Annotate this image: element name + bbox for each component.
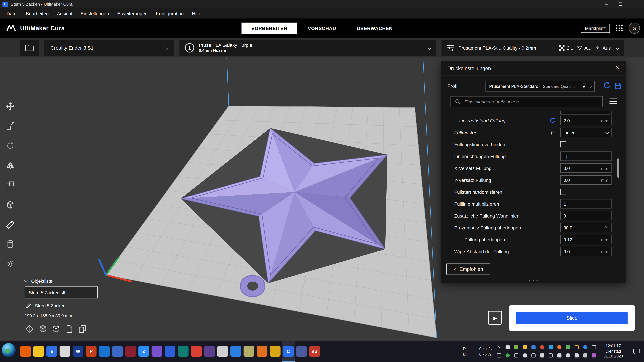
- setting-input[interactable]: 0.0mm: [560, 175, 612, 185]
- support-blocker-icon[interactable]: [4, 199, 16, 211]
- taskbar-app-zoom-icon[interactable]: Z: [137, 341, 150, 362]
- tray-icon-10[interactable]: [539, 344, 545, 350]
- mirror-tool-icon[interactable]: [4, 160, 16, 171]
- setting-row-6[interactable]: Füllstart randomisieren: [441, 186, 627, 198]
- taskbar-app-explorer-icon[interactable]: [32, 341, 45, 362]
- taskbar-app-powerpoint-icon[interactable]: P: [84, 341, 98, 362]
- tray-icon-2[interactable]: [504, 344, 510, 350]
- printer-selector[interactable]: Creality Ender-3 S1: [44, 40, 174, 56]
- tray-icon-15[interactable]: [556, 352, 562, 359]
- material-selector[interactable]: 1 Prusa PLA Galaxy Purple 0.4mm Nozzle: [180, 40, 436, 56]
- profile-dropdown[interactable]: Prusament PLA-Standard - Standard Qualit…: [486, 81, 595, 91]
- close-button[interactable]: ×: [628, 0, 642, 8]
- panel-close-icon[interactable]: ×: [614, 64, 621, 71]
- minimize-button[interactable]: –: [600, 0, 614, 8]
- tray-icon-11[interactable]: [539, 352, 545, 359]
- taskbar-app-app-purple-icon[interactable]: [150, 341, 163, 362]
- profile-save-icon[interactable]: [615, 82, 622, 89]
- tray-icon-17[interactable]: [565, 352, 571, 359]
- tray-icon-16[interactable]: [565, 344, 571, 350]
- taskbar-app-app-blue-icon[interactable]: [111, 341, 124, 362]
- settings-scrollbar[interactable]: [617, 158, 619, 178]
- taskbar-app-app-darkred-icon[interactable]: [124, 341, 137, 362]
- setting-input[interactable]: 0.0mm: [560, 163, 612, 173]
- setting-input[interactable]: 30.0%: [560, 223, 612, 232]
- taskbar-app-word-icon[interactable]: W: [72, 341, 84, 362]
- reset-value-icon[interactable]: [548, 117, 557, 124]
- setting-row-4[interactable]: X-Versatz Füllung0.0mm: [441, 162, 627, 174]
- taskbar-app-app-violet-icon[interactable]: [203, 341, 216, 362]
- tray-icon-18[interactable]: [574, 344, 580, 350]
- panel-resize-handle[interactable]: • • •: [441, 278, 626, 282]
- tray-icon-12[interactable]: [548, 344, 554, 350]
- menu-bearbeiten[interactable]: Bearbeiten: [22, 8, 53, 18]
- setting-row-8[interactable]: Zusätzliche Füllung Wandlinien0: [441, 210, 627, 222]
- tray-icon-9[interactable]: [530, 352, 536, 359]
- notification-center-icon[interactable]: [630, 348, 643, 355]
- taskbar-app-app-slate-icon[interactable]: [295, 341, 308, 362]
- measure-tool-icon[interactable]: [4, 219, 16, 230]
- open-cube-icon[interactable]: [51, 324, 61, 334]
- tray-icon-20[interactable]: [582, 344, 588, 350]
- per-model-settings-icon[interactable]: [4, 179, 16, 191]
- maximize-button[interactable]: [614, 0, 628, 8]
- setting-select[interactable]: Linien: [560, 128, 612, 137]
- settings-search-input[interactable]: Einstellungen durchsuchen: [451, 96, 602, 107]
- menu-hilfe[interactable]: Hilfe: [188, 8, 206, 18]
- hanger-ring[interactable]: [240, 275, 265, 297]
- preview-play-button[interactable]: ▶: [488, 311, 502, 325]
- taskbar-clock[interactable]: 12:01:17 Dienstag 31.10.2023: [601, 344, 626, 359]
- setting-row-2[interactable]: Füllungslinien verbinden: [441, 138, 627, 150]
- setting-input[interactable]: 0: [560, 211, 612, 220]
- solid-cube-icon[interactable]: [38, 324, 48, 334]
- setting-row-7[interactable]: Fülllinie multiplizieren1: [441, 198, 627, 210]
- favorite-star-icon[interactable]: ★: [582, 83, 586, 89]
- tray-icon-21[interactable]: [582, 352, 588, 359]
- setting-checkbox[interactable]: [560, 141, 566, 147]
- taskbar-app-app-gold-icon[interactable]: [269, 341, 282, 362]
- object-name-row[interactable]: Stern 5 Zacken: [26, 303, 66, 309]
- marketplace-button[interactable]: Marktplatz: [581, 24, 610, 33]
- document-icon[interactable]: [64, 324, 74, 334]
- account-avatar[interactable]: S: [629, 23, 640, 34]
- setting-row-1[interactable]: FüllmusterƒxLinien: [441, 126, 627, 138]
- open-file-button[interactable]: [20, 40, 39, 56]
- setting-row-9[interactable]: Prozentsatz Füllung überlappen30.0%: [441, 222, 627, 233]
- taskbar-app-teamviewer-icon[interactable]: [98, 341, 111, 362]
- taskbar-app-photos-icon[interactable]: [229, 341, 242, 362]
- menu-ansicht[interactable]: Ansicht: [53, 8, 76, 18]
- menu-erweiterungen[interactable]: Erweiterungen: [113, 8, 152, 18]
- tray-expand-icon[interactable]: ^: [496, 344, 502, 350]
- print-settings-selector[interactable]: Prusament PLA-St... Quality - 0.2mm 2...…: [442, 40, 624, 56]
- setting-input[interactable]: 1: [560, 199, 612, 209]
- tray-icon-8[interactable]: [530, 344, 536, 350]
- tab-überwachen[interactable]: ÜBERWACHEN: [347, 22, 402, 34]
- tab-vorschau[interactable]: VORSCHAU: [298, 22, 346, 34]
- menu-konfiguration[interactable]: Konfiguration: [152, 8, 188, 18]
- object-list-toggle[interactable]: Objektliste: [25, 279, 52, 284]
- setting-input[interactable]: 0.12mm: [560, 235, 612, 244]
- setting-row-10[interactable]: Füllung überlappen0.12mm: [441, 233, 627, 245]
- taskbar-app-app-orange-icon[interactable]: [256, 341, 268, 362]
- setting-row-11[interactable]: Wipe-Abstand der Füllung0.0mm: [441, 245, 627, 257]
- tray-icon-13[interactable]: [548, 352, 554, 359]
- setting-checkbox[interactable]: [560, 189, 566, 195]
- rotate-tool-icon[interactable]: [4, 140, 16, 151]
- object-file-item[interactable]: Stern 5 Zacken.stl: [25, 286, 98, 298]
- tab-vorbereiten[interactable]: VORBEREITEN: [242, 22, 297, 34]
- globe-icon[interactable]: [2, 343, 16, 357]
- taskbar-app-opera-icon[interactable]: [190, 341, 203, 362]
- move-tool-icon[interactable]: [4, 100, 16, 112]
- function-icon[interactable]: ƒx: [548, 129, 557, 136]
- taskbar-app-mail-icon[interactable]: [58, 341, 72, 362]
- menu-einstellungen[interactable]: Einstellungen: [76, 8, 113, 18]
- profile-reset-icon[interactable]: [603, 82, 611, 90]
- setting-row-5[interactable]: Y-Versatz Füllung0.0mm: [441, 174, 627, 186]
- taskbar-app-edge-icon[interactable]: e: [45, 341, 58, 362]
- tray-icon-3[interactable]: [504, 352, 510, 359]
- slice-button[interactable]: Slice: [516, 312, 628, 324]
- tray-icon-6[interactable]: [522, 344, 528, 350]
- taskbar-app-notepad-icon[interactable]: sp: [308, 341, 321, 362]
- tray-icon-14[interactable]: [556, 344, 562, 350]
- setting-row-0[interactable]: Linienabstand Füllung2.0mm: [441, 114, 627, 126]
